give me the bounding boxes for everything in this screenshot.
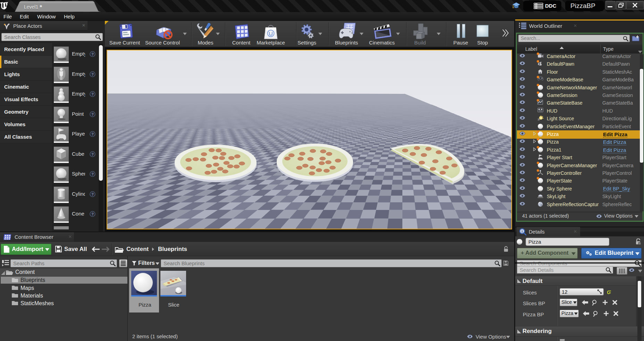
svg-text:?: ?: [91, 52, 94, 56]
svg-text:i: i: [522, 229, 523, 233]
svg-text:?: ?: [91, 72, 94, 76]
svg-text:?: ?: [91, 132, 94, 136]
svg-text:?: ?: [91, 112, 94, 116]
svg-text:?: ?: [91, 152, 94, 156]
svg-text:?: ?: [91, 92, 94, 96]
svg-text:?: ?: [91, 192, 94, 196]
svg-text:?: ?: [91, 212, 94, 216]
svg-text:?: ?: [91, 172, 94, 176]
